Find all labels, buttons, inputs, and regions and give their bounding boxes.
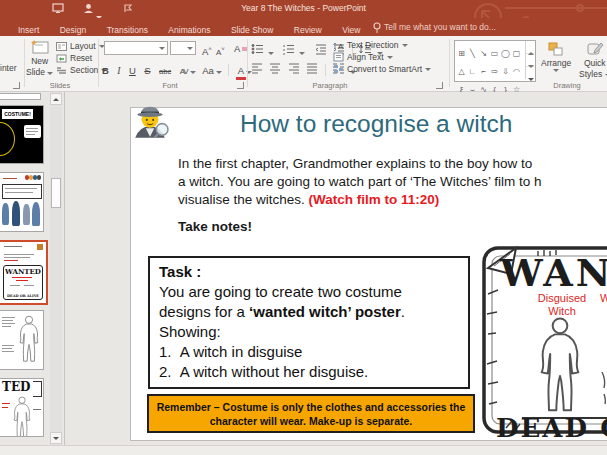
font-group-label: Font bbox=[140, 81, 200, 90]
thumbnail-scroll-down-button[interactable] bbox=[50, 432, 62, 444]
font-color-button[interactable]: A bbox=[236, 65, 246, 80]
body-text-line3[interactable]: visualise the witches. (Watch film to 11… bbox=[178, 192, 439, 207]
thumbnail-partial-top[interactable] bbox=[0, 93, 41, 100]
poster-disguised-label: Disguised bbox=[538, 292, 586, 304]
align-center-icon[interactable] bbox=[269, 62, 281, 74]
quick-styles-icon bbox=[586, 41, 604, 57]
paragraph-dialog-launcher[interactable] bbox=[436, 82, 443, 89]
numbering-icon[interactable] bbox=[282, 43, 295, 55]
slide-thumbnail-4[interactable] bbox=[0, 310, 44, 370]
watch-film-note: (Watch film to 11:20) bbox=[309, 192, 440, 207]
bullets-icon[interactable] bbox=[251, 43, 264, 55]
quick-styles-button[interactable]: Quick Styles bbox=[579, 41, 607, 79]
slide-thumbnail-2[interactable] bbox=[0, 172, 44, 232]
thumb4-body-outline bbox=[17, 314, 41, 364]
grow-font-button[interactable]: A˄ bbox=[200, 41, 214, 60]
italic-button[interactable]: I bbox=[115, 63, 122, 79]
align-text-icon bbox=[333, 52, 344, 62]
witch-detective-emoji bbox=[131, 106, 169, 138]
arrange-button[interactable]: Arrange bbox=[541, 41, 571, 72]
character-spacing-dropdown-icon[interactable] bbox=[190, 71, 196, 74]
change-case-button[interactable]: Aa bbox=[200, 63, 216, 79]
subscript-abc-button[interactable]: abc bbox=[157, 64, 173, 80]
gallery-scroll-down[interactable] bbox=[526, 53, 535, 66]
text-direction-button[interactable]: A Text Direction bbox=[333, 40, 408, 50]
layout-icon bbox=[56, 42, 67, 51]
poster-disguised-label2: Witch bbox=[548, 305, 576, 317]
title-bar: Year 8 The Witches - PowerPoint bbox=[0, 0, 607, 18]
ribbon-home: inter New Slide Layout Reset Section Sli… bbox=[0, 36, 607, 92]
numbering-dropdown-icon[interactable] bbox=[299, 52, 305, 55]
clipboard-dialog-launcher[interactable] bbox=[13, 82, 20, 89]
slide-thumbnail-1[interactable]: COSTUME! bbox=[0, 105, 44, 164]
slide-thumbnail-5[interactable]: TED bbox=[0, 378, 44, 437]
drawing-group-label: Drawing bbox=[537, 81, 597, 90]
task-box[interactable]: Task : You are going to create two costu… bbox=[148, 256, 470, 389]
reminder-line2: character will wear. Make-up is separate… bbox=[149, 414, 473, 428]
reminder-box[interactable]: Remember – Costume is only the clothes a… bbox=[147, 394, 475, 433]
thumbnail-scrollbar-thumb[interactable] bbox=[51, 178, 61, 208]
paragraph-group-label: Paragraph bbox=[300, 81, 360, 90]
reminder-line1: Remember – Costume is only the clothes a… bbox=[149, 400, 473, 414]
format-painter-label-fragment[interactable]: inter bbox=[0, 63, 17, 73]
share-user-icon[interactable] bbox=[83, 3, 94, 14]
bullets-dropdown-icon[interactable] bbox=[268, 52, 274, 55]
convert-smartart-icon bbox=[333, 64, 344, 74]
poster-dead-or-alive-text: DEAD OR ALIVE bbox=[496, 413, 607, 441]
strikethrough-button[interactable]: S bbox=[142, 63, 152, 79]
gallery-more-button[interactable] bbox=[526, 66, 535, 79]
slide-thumbnail-3-selected[interactable]: WANTED DEAD OR ALIVE bbox=[0, 240, 48, 305]
thumb1-yellow-circle bbox=[0, 122, 15, 156]
decrease-indent-icon[interactable] bbox=[315, 43, 327, 55]
font-name-combobox[interactable] bbox=[104, 41, 168, 55]
bold-button[interactable]: B bbox=[100, 63, 111, 79]
task-line1: You are going to create two costume bbox=[159, 282, 459, 302]
text-direction-icon: A bbox=[333, 40, 344, 50]
justify-icon[interactable] bbox=[306, 62, 318, 74]
align-text-button[interactable]: Align Text bbox=[333, 52, 393, 62]
section-icon bbox=[56, 66, 67, 75]
thumbnail-scroll-up-button[interactable] bbox=[50, 93, 62, 105]
align-right-icon[interactable] bbox=[288, 62, 300, 74]
body-text-line1[interactable]: In the first chapter, Grandmother explai… bbox=[178, 156, 532, 171]
reset-icon bbox=[56, 54, 67, 63]
reset-button[interactable]: Reset bbox=[56, 53, 92, 63]
thumbnail-scrollbar[interactable] bbox=[50, 92, 62, 445]
character-spacing-button[interactable]: AV bbox=[178, 64, 190, 80]
font-dialog-launcher[interactable] bbox=[237, 82, 244, 89]
shrink-font-button[interactable]: A˅ bbox=[214, 41, 227, 61]
slide-title[interactable]: How to recognise a witch bbox=[240, 110, 607, 138]
wanted-poster-image[interactable]: WANTED Disguised Witch Witch DEAD OR ALI… bbox=[476, 232, 607, 441]
task-line2: designs for a ‘wanted witch’ poster. bbox=[159, 302, 459, 322]
powerpoint-window: Year 8 The Witches - PowerPoint Insert D… bbox=[0, 0, 607, 455]
font-size-combobox[interactable] bbox=[170, 41, 196, 55]
shapes-gallery[interactable]: ⊞╲↘▭◯▢△∟⌐⇨⇩◠ξ⌣∿{}☆ bbox=[454, 40, 536, 82]
thumb1-text-box bbox=[24, 125, 41, 138]
body-text-line2[interactable]: a witch. You are going to watch part of … bbox=[178, 174, 541, 189]
convert-smartart-button[interactable]: Convert to SmartArt bbox=[333, 64, 431, 74]
svg-text:A: A bbox=[338, 42, 344, 50]
ribbon-tabs: Insert Design Transitions Animations Sli… bbox=[0, 18, 607, 36]
start-slideshow-icon[interactable] bbox=[52, 3, 64, 14]
underline-button[interactable]: U bbox=[127, 63, 138, 79]
task-item-1: 1. A witch in disguise bbox=[159, 342, 459, 362]
gallery-scroll-up[interactable] bbox=[526, 41, 535, 53]
take-notes-text[interactable]: Take notes! bbox=[178, 219, 252, 234]
poster-wanted-text: WANTED bbox=[499, 250, 607, 295]
poster-second-label-fragment: Witch bbox=[600, 292, 607, 304]
thumb1-costume-label: COSTUME! bbox=[2, 109, 33, 119]
window-title: Year 8 The Witches - PowerPoint bbox=[241, 3, 366, 13]
task-item-2: 2. A witch without her disguise. bbox=[159, 362, 459, 382]
align-left-icon[interactable] bbox=[251, 62, 263, 74]
change-case-dropdown-icon[interactable] bbox=[216, 71, 222, 74]
thumb5-body-outline bbox=[11, 396, 33, 437]
clear-formatting-button[interactable]: A bbox=[232, 41, 247, 57]
status-bar bbox=[0, 445, 607, 455]
thumb2-text-box bbox=[2, 184, 42, 199]
new-slide-icon bbox=[30, 39, 50, 55]
slides-group-label: Slides bbox=[30, 81, 90, 90]
tell-me-box[interactable]: Tell me what you want to do... bbox=[373, 18, 496, 36]
lightbulb-icon bbox=[373, 22, 381, 33]
new-slide-button[interactable]: New Slide bbox=[26, 39, 53, 77]
quick-access-icon[interactable] bbox=[124, 4, 132, 13]
